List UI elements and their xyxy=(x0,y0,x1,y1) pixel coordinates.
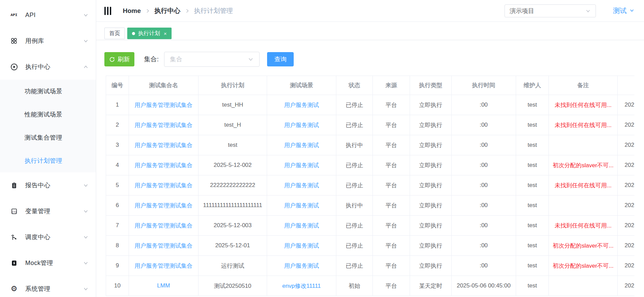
collection-select[interactable]: 集合 xyxy=(164,52,260,67)
plans-table: 编号测试集合名执行计划测试场景状态来源执行类型执行时间维护人备注1用户服务管理测… xyxy=(106,76,634,296)
collection-link[interactable]: 用户服务管理测试集合 xyxy=(135,141,193,149)
sidebar-item-report-center[interactable]: 报告中心 xyxy=(0,172,96,198)
cell-exec_time: :00 xyxy=(452,115,516,135)
remark-error-text: 未找到任何在线可用... xyxy=(555,182,612,189)
cell-exec_time: :00 xyxy=(452,196,516,216)
sidebar-item-label: 调度中心 xyxy=(25,233,50,241)
scene-link[interactable]: 用户服务测试 xyxy=(284,202,319,209)
scene-link[interactable]: 用户服务测试 xyxy=(284,101,319,109)
sidebar-subitem[interactable]: 执行计划管理 xyxy=(0,149,96,172)
cell-maintainer: test xyxy=(516,276,549,296)
sidebar-item-schedule-center[interactable]: 调度中心 xyxy=(0,224,96,250)
cell-exec_time: 2025-05-06 00:45:00 xyxy=(452,276,516,296)
cell-remark: 初次分配的slaver不可... xyxy=(549,236,618,256)
sidebar-subitem[interactable]: 测试集合管理 xyxy=(0,126,96,149)
chevron-down-icon xyxy=(83,235,88,240)
collection-select-placeholder: 集合 xyxy=(170,55,182,63)
collection-link[interactable]: 用户服务管理测试集合 xyxy=(135,182,193,189)
cell-scene: 用户服务测试 xyxy=(267,256,336,276)
cell-id: 1 xyxy=(106,95,129,115)
scene-link[interactable]: 用户服务测试 xyxy=(284,182,319,189)
cell-scene: envp修改11111 xyxy=(267,276,336,296)
table-row: 3用户服务管理测试集合test用户服务测试执行中平台立即执行:00test202 xyxy=(106,135,634,155)
sidebar-item-label: 变量管理 xyxy=(25,207,50,215)
cell-exec_type: 立即执行 xyxy=(410,236,452,256)
table-header-cell xyxy=(618,76,634,95)
cell-id: 8 xyxy=(106,236,129,256)
project-select[interactable]: 演示项目 xyxy=(504,4,596,17)
mock-bolt-icon xyxy=(10,260,18,267)
table-header-cell: 状态 xyxy=(336,76,373,95)
cell-exec_type: 某天定时 xyxy=(410,276,452,296)
user-menu-label: 测试 xyxy=(613,6,627,15)
cell-collection: 用户服务管理测试集合 xyxy=(129,236,199,256)
cell-source: 平台 xyxy=(373,256,410,276)
scene-link[interactable]: 用户服务测试 xyxy=(284,161,319,169)
collection-link[interactable]: 用户服务管理测试集合 xyxy=(135,222,193,230)
cell-exec_type: 立即执行 xyxy=(410,135,452,155)
sidebar-item-case-library[interactable]: 用例库 xyxy=(0,28,96,54)
table-row: 2用户服务管理测试集合test_H用户服务测试已停止平台立即执行:00test未… xyxy=(106,115,634,135)
sidebar-item-api[interactable]: APIAPI xyxy=(0,2,96,28)
chevron-up-icon xyxy=(83,64,88,69)
cell-scene: 用户服务测试 xyxy=(267,175,336,196)
cell-created: 202 xyxy=(618,216,634,236)
breadcrumb-item-execution-center[interactable]: 执行中心 xyxy=(155,6,180,15)
sidebar-subitem[interactable]: 性能测试场景 xyxy=(0,103,96,126)
sidebar-subitem[interactable]: 功能测试场景 xyxy=(0,80,96,103)
tab-item[interactable]: 首页 xyxy=(104,28,125,39)
sidebar-item-execution-center[interactable]: 执行中心 xyxy=(0,54,96,80)
collection-link[interactable]: LMM xyxy=(157,282,170,289)
cell-collection: 用户服务管理测试集合 xyxy=(129,216,199,236)
scene-link[interactable]: 用户服务测试 xyxy=(284,262,319,270)
cell-scene: 用户服务测试 xyxy=(267,216,336,236)
cell-id: 5 xyxy=(106,175,129,196)
cell-plan: 2025-5-12-003 xyxy=(199,216,267,236)
collection-link[interactable]: 用户服务管理测试集合 xyxy=(135,121,193,129)
refresh-icon xyxy=(109,57,115,62)
scene-link[interactable]: 用户服务测试 xyxy=(284,222,319,230)
cell-maintainer: test xyxy=(516,115,549,135)
scene-link[interactable]: envp修改11111 xyxy=(282,282,321,290)
cell-maintainer: test xyxy=(516,135,549,155)
cell-exec_type: 立即执行 xyxy=(410,216,452,236)
active-tab-dot xyxy=(132,32,135,35)
sidebar-item-label: Mock管理 xyxy=(25,259,53,267)
scene-link[interactable]: 用户服务测试 xyxy=(284,141,319,149)
collection-link[interactable]: 用户服务管理测试集合 xyxy=(135,161,193,169)
topbar: Home 执行中心 执行计划管理 演示项目 测试 xyxy=(96,0,644,22)
cell-remark: 初次分配的slaver不可... xyxy=(549,155,618,175)
table-header-cell: 维护人 xyxy=(516,76,549,95)
table-header-cell: 编号 xyxy=(106,76,129,95)
collection-link[interactable]: 用户服务管理测试集合 xyxy=(135,242,193,250)
cell-status: 初始 xyxy=(336,276,373,296)
collection-link[interactable]: 用户服务管理测试集合 xyxy=(135,202,193,209)
collection-link[interactable]: 用户服务管理测试集合 xyxy=(135,262,193,270)
cell-source: 平台 xyxy=(373,175,410,196)
table-row: 8用户服务管理测试集合2025-5-12-01用户服务测试已停止平台立即执行:0… xyxy=(106,236,634,256)
cell-id: 4 xyxy=(106,155,129,175)
cell-exec_time: :00 xyxy=(452,216,516,236)
sidebar-item-variable-management[interactable]: [x]变量管理 xyxy=(0,198,96,224)
cell-exec_time: :00 xyxy=(452,236,516,256)
cell-exec_type: 立即执行 xyxy=(410,95,452,115)
cell-exec_time: :00 xyxy=(452,175,516,196)
scene-link[interactable]: 用户服务测试 xyxy=(284,242,319,250)
api-icon: API xyxy=(10,13,18,17)
cell-source: 平台 xyxy=(373,95,410,115)
breadcrumb-item-home[interactable]: Home xyxy=(123,7,141,15)
tab-active[interactable]: 执行计划× xyxy=(127,28,172,39)
sidebar-item-system-management[interactable]: ⚙系统管理 xyxy=(0,276,96,297)
cell-scene: 用户服务测试 xyxy=(267,135,336,155)
user-menu[interactable]: 测试 xyxy=(613,6,634,15)
refresh-button[interactable]: 刷新 xyxy=(104,52,134,66)
query-button[interactable]: 查询 xyxy=(267,52,294,66)
close-icon[interactable]: × xyxy=(164,31,167,36)
cell-scene: 用户服务测试 xyxy=(267,236,336,256)
scene-link[interactable]: 用户服务测试 xyxy=(284,121,319,129)
cell-created: 202 xyxy=(618,95,634,115)
collection-link[interactable]: 用户服务管理测试集合 xyxy=(135,101,193,109)
sidebar-collapse-icon[interactable] xyxy=(103,5,113,16)
sidebar-item-mock-management[interactable]: Mock管理 xyxy=(0,250,96,276)
cell-created: 202 xyxy=(618,115,634,135)
